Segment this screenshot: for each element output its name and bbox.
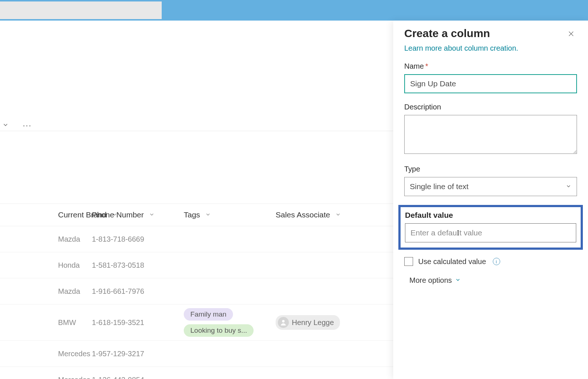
cell-tags	[184, 261, 276, 269]
close-icon[interactable]	[565, 29, 577, 41]
col-header-tags[interactable]: Tags	[184, 210, 276, 219]
person-name: Henry Legge	[292, 318, 334, 327]
col-header-label: Sales Associate	[276, 210, 330, 219]
cell-tags	[184, 376, 276, 379]
description-textarea[interactable]	[404, 115, 577, 154]
cell-tags	[184, 350, 276, 357]
more-actions-button[interactable]: ···	[23, 121, 32, 130]
cell-phone: 1-581-873-0518	[92, 261, 184, 270]
label-text: Name	[404, 62, 424, 70]
more-options-toggle[interactable]: More options	[404, 276, 577, 285]
table-row[interactable]: Mazda1-813-718-6669	[0, 226, 393, 252]
cell-brand: Honda	[0, 261, 92, 270]
chevron-down-icon	[335, 210, 341, 219]
table-row[interactable]: Mazda1-916-661-7976	[0, 278, 393, 304]
default-value-label: Default value	[405, 211, 576, 220]
cell-tags	[184, 235, 276, 243]
table-body: Mazda1-813-718-6669Honda1-581-873-0518Ma…	[0, 226, 393, 379]
col-header-label: Tags	[184, 210, 200, 219]
tag-pill[interactable]: Family man	[184, 308, 233, 321]
search-box[interactable]	[0, 1, 162, 19]
type-select[interactable]: Single line of text	[404, 177, 577, 196]
info-icon[interactable]: i	[493, 258, 500, 265]
cell-brand: BMW	[0, 318, 92, 327]
more-options-label: More options	[409, 276, 452, 285]
cell-tags: Family manLooking to buy s...	[184, 304, 276, 340]
col-header-brand[interactable]: Current Brand	[0, 210, 92, 219]
cell-brand: Mazda	[0, 235, 92, 243]
text-cursor-icon: I	[457, 228, 459, 238]
avatar-icon	[278, 317, 289, 328]
description-label: Description	[404, 103, 577, 111]
create-column-panel: Create a column Learn more about column …	[393, 21, 588, 379]
main-area: ··· Current Brand Phone Number Tags Sale…	[0, 21, 588, 379]
calculated-value-label: Use calculated value	[418, 257, 486, 266]
tag-pill[interactable]: Looking to buy s...	[184, 324, 254, 337]
cell-phone: 1-916-661-7976	[92, 287, 184, 296]
chevron-down-icon	[205, 210, 211, 219]
placeholder-right: t value	[459, 228, 482, 237]
placeholder-left: Enter a defau	[410, 228, 457, 237]
chevron-down-icon	[149, 210, 155, 219]
learn-more-link[interactable]: Learn more about column creation.	[404, 44, 577, 53]
panel-title: Create a column	[404, 27, 490, 40]
table-row[interactable]: Honda1-581-873-0518	[0, 252, 393, 278]
cell-brand: Mercedes	[0, 376, 92, 379]
person-pill[interactable]: Henry Legge	[276, 315, 340, 330]
divider	[0, 131, 393, 131]
col-header-assoc[interactable]: Sales Associate	[276, 210, 368, 219]
chevron-down-icon	[566, 182, 571, 191]
cell-phone: 1-618-159-3521	[92, 318, 184, 327]
svg-point-0	[282, 320, 285, 322]
table-row[interactable]: BMW1-618-159-3521Family manLooking to bu…	[0, 304, 393, 341]
cell-phone: 1-126-443-0854	[92, 376, 184, 379]
col-header-phone[interactable]: Phone Number	[92, 210, 184, 219]
table-header-row: Current Brand Phone Number Tags Sales As…	[0, 203, 393, 226]
chevron-down-icon[interactable]	[2, 122, 9, 130]
default-value-highlight: Default value Enter a defauIt value	[398, 205, 583, 250]
type-label: Type	[404, 165, 577, 173]
cell-brand: Mazda	[0, 287, 92, 296]
table-row[interactable]: Mercedes1-957-129-3217	[0, 341, 393, 367]
chevron-down-icon	[455, 276, 461, 285]
type-value: Single line of text	[410, 182, 469, 191]
calculated-value-row: Use calculated value i	[404, 257, 577, 266]
cell-phone: 1-957-129-3217	[92, 350, 184, 358]
required-asterisk: *	[425, 62, 428, 70]
top-bar	[0, 0, 588, 21]
cell-phone: 1-813-718-6669	[92, 235, 184, 243]
cell-assoc: Henry Legge	[276, 315, 368, 330]
default-value-input[interactable]: Enter a defauIt value	[405, 223, 576, 242]
name-label: Name*	[404, 62, 577, 71]
data-table: Current Brand Phone Number Tags Sales As…	[0, 203, 393, 379]
cell-brand: Mercedes	[0, 350, 92, 358]
col-header-label: Phone Number	[92, 210, 144, 219]
table-row[interactable]: Mercedes1-126-443-0854	[0, 367, 393, 379]
calculated-value-checkbox[interactable]	[404, 257, 413, 266]
cell-tags	[184, 288, 276, 295]
name-input[interactable]	[404, 74, 577, 93]
